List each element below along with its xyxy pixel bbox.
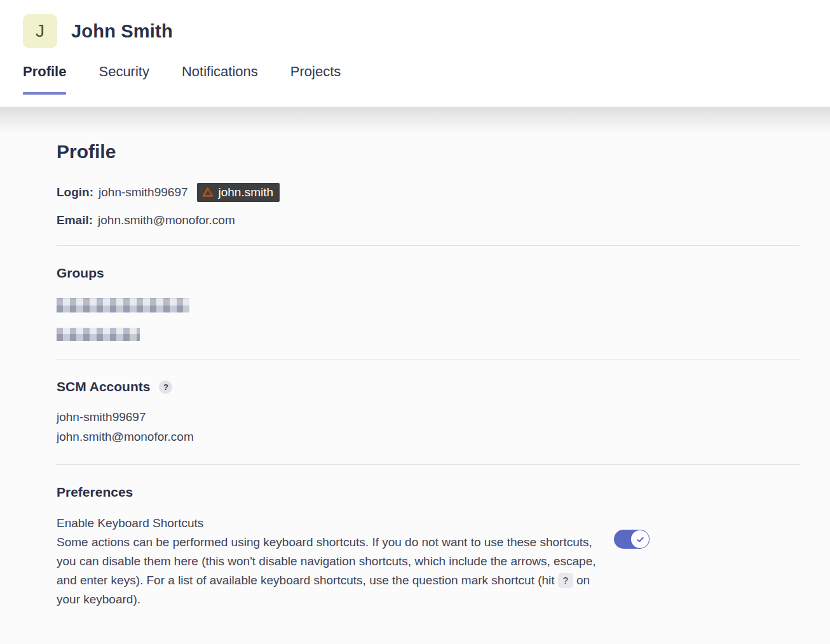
scm-accounts-title: SCM Accounts [57, 379, 150, 394]
tab-security[interactable]: Security [99, 64, 149, 100]
page-title: Profile [57, 141, 799, 163]
tab-notifications[interactable]: Notifications [182, 64, 258, 100]
account-tabs: Profile Security Notifications Projects [23, 64, 807, 100]
identity-provider-icon [201, 186, 214, 199]
preference-label: Enable Keyboard Shortcuts [57, 514, 614, 533]
groups-title: Groups [57, 265, 104, 281]
keyboard-shortcuts-toggle[interactable] [614, 530, 650, 549]
divider [57, 245, 799, 246]
preferences-title: Preferences [57, 485, 133, 500]
preferences-section-header: Preferences [57, 485, 799, 500]
preference-text: Enable Keyboard Shortcuts Some actions c… [57, 514, 614, 609]
preference-description: Some actions can be performed using keyb… [57, 535, 596, 606]
question-mark-key: ? [558, 573, 573, 588]
help-icon[interactable]: ? [159, 380, 172, 394]
groups-section-header: Groups [57, 265, 799, 281]
toggle-knob-check-icon [631, 530, 649, 548]
avatar-initial: J [36, 21, 44, 41]
scm-account-item: john-smith99697 [57, 407, 799, 427]
group-item-redacted [57, 328, 140, 341]
login-label: Login: [57, 185, 93, 199]
identity-provider-badge: john.smith [197, 183, 280, 202]
login-row: Login: john-smith99697 john.smith [57, 183, 799, 202]
scm-accounts-list: john-smith99697 john.smith@monofor.com [57, 407, 799, 446]
login-value: john-smith99697 [99, 185, 187, 199]
divider [57, 464, 799, 465]
page-user-name: John Smith [71, 21, 173, 42]
scm-account-item: john.smith@monofor.com [57, 427, 799, 446]
divider [57, 359, 799, 359]
account-header: J John Smith Profile Security Notificati… [0, 0, 830, 107]
keyboard-shortcuts-preference: Enable Keyboard Shortcuts Some actions c… [57, 514, 799, 609]
user-identity: J John Smith [23, 14, 807, 48]
tab-profile[interactable]: Profile [23, 64, 66, 100]
email-label: Email: [57, 213, 93, 227]
profile-page: Profile Login: john-smith99697 john.smit… [0, 107, 830, 634]
email-value: john.smith@monofor.com [98, 213, 235, 227]
identity-provider-login: john.smith [219, 185, 274, 199]
email-row: Email: john.smith@monofor.com [57, 213, 799, 227]
avatar: J [23, 14, 57, 48]
tab-projects[interactable]: Projects [290, 64, 341, 100]
group-item-redacted [57, 298, 189, 312]
scm-section-header: SCM Accounts ? [57, 379, 799, 394]
